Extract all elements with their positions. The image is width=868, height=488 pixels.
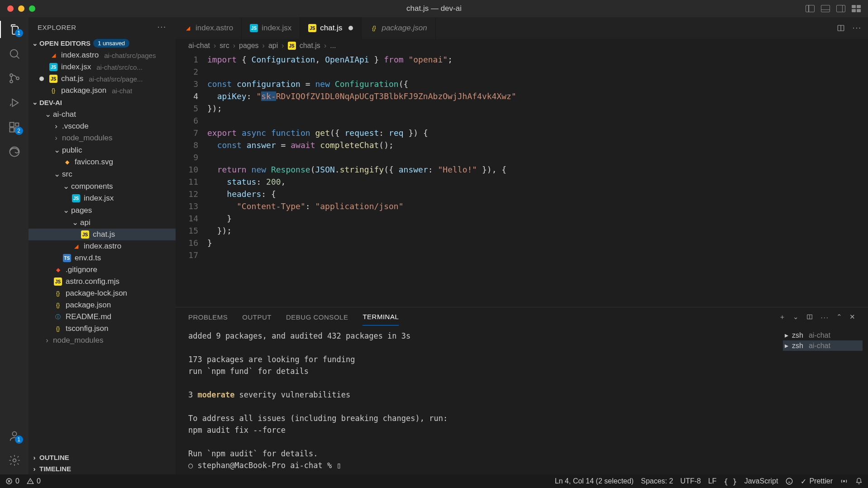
layout-panel-icon[interactable] [821, 5, 830, 12]
outline-header[interactable]: › OUTLINE [29, 452, 176, 463]
open-editor-item[interactable]: JSindex.jsxai-chat/src/co... [29, 61, 176, 73]
breadcrumb-segment[interactable]: pages [239, 42, 259, 50]
terminal-more-icon[interactable]: ··· [820, 313, 829, 321]
file-item[interactable]: ⓘREADME.md [29, 311, 176, 323]
window-close-button[interactable] [7, 5, 14, 12]
file-item[interactable]: {}tsconfig.json [29, 323, 176, 335]
window-minimize-button[interactable] [18, 5, 24, 12]
status-prettier[interactable]: ✓ Prettier [801, 477, 833, 486]
open-editors-header[interactable]: ⌄ OPEN EDITORS 1 unsaved [29, 37, 176, 49]
code-line[interactable]: }); [207, 102, 868, 115]
status-feedback-icon[interactable] [785, 477, 793, 485]
activity-account-icon[interactable]: 1 [8, 429, 21, 443]
code-line[interactable]: } [207, 212, 868, 225]
activity-source-control-icon[interactable] [8, 72, 21, 85]
file-item[interactable]: JSastro.config.mjs [29, 276, 176, 287]
layout-sidebar-left-icon[interactable] [806, 5, 815, 12]
code-line[interactable]: apiKey: "sk-RDvIQOfZV1DL0NqApUCgT3BlbkFJ… [207, 90, 868, 102]
status-bell-icon[interactable] [855, 478, 863, 485]
activity-run-debug-icon[interactable] [8, 96, 21, 110]
panel-maximize-icon[interactable]: ⌃ [836, 313, 842, 321]
open-editor-item[interactable]: ◢index.astroai-chat/src/pages [29, 49, 176, 61]
code-line[interactable] [207, 115, 868, 127]
layout-customize-icon[interactable] [852, 5, 861, 12]
panel-close-icon[interactable]: ✕ [849, 313, 855, 321]
terminal-list-item[interactable]: ▸zshai-chat [783, 340, 863, 351]
js-file-icon: JS [49, 75, 57, 83]
editor-tab[interactable]: JSindex.jsx [242, 17, 300, 39]
explorer-more-icon[interactable]: ··· [157, 23, 167, 32]
status-errors[interactable]: 0 [5, 477, 19, 485]
folder-item[interactable]: ⌄public [29, 144, 176, 156]
breadcrumb-segment[interactable]: ... [330, 42, 336, 50]
code-line[interactable]: "Content-Type": "application/json" [207, 200, 868, 212]
file-item[interactable]: JSindex.jsx [29, 192, 176, 204]
code-line[interactable]: }); [207, 225, 868, 237]
panel-tab-problems[interactable]: PROBLEMS [188, 309, 228, 325]
terminal-dropdown-icon[interactable]: ⌄ [793, 313, 799, 321]
folder-item[interactable]: ⌄src [29, 168, 176, 180]
file-item[interactable]: TSenv.d.ts [29, 252, 176, 264]
activity-edge-icon[interactable] [8, 145, 21, 158]
code-line[interactable]: export async function get({ request: req… [207, 127, 868, 139]
activity-extensions-icon[interactable]: 2 [8, 120, 21, 134]
status-live-icon[interactable] [840, 477, 848, 485]
code-line[interactable]: return new Response(JSON.stringify({ ans… [207, 163, 868, 176]
project-header[interactable]: ⌄ DEV-AI [29, 96, 176, 108]
window-maximize-button[interactable] [29, 5, 35, 12]
editor-tab[interactable]: {}package.json [362, 17, 435, 39]
code-line[interactable]: headers: { [207, 188, 868, 200]
timeline-header[interactable]: › TIMELINE [29, 463, 176, 474]
layout-sidebar-right-icon[interactable] [836, 5, 845, 12]
activity-search-icon[interactable] [8, 47, 21, 61]
file-item[interactable]: ◆favicon.svg [29, 156, 176, 168]
status-cursor-position[interactable]: Ln 4, Col 14 (2 selected) [555, 477, 634, 485]
editor-tab[interactable]: JSchat.js [300, 17, 362, 39]
folder-item[interactable]: ⌄ai-chat [29, 108, 176, 120]
status-encoding[interactable]: UTF-8 [680, 477, 701, 485]
chevron-right-icon: › [54, 122, 58, 131]
file-item[interactable]: {}package-lock.json [29, 287, 176, 299]
editor-tab[interactable]: ◢index.astro [176, 17, 242, 39]
status-language[interactable]: { } JavaScript [724, 477, 778, 486]
folder-item[interactable]: ⌄pages [29, 204, 176, 216]
panel-tab-output[interactable]: OUTPUT [242, 309, 272, 325]
activity-settings-icon[interactable] [8, 454, 21, 467]
folder-item[interactable]: ⌄components [29, 180, 176, 192]
file-item[interactable]: ◢index.astro [29, 240, 176, 252]
editor-more-icon[interactable]: ··· [853, 24, 862, 33]
new-terminal-icon[interactable]: ＋ [779, 313, 786, 321]
panel-tab-terminal[interactable]: TERMINAL [362, 308, 399, 325]
terminal-list-item[interactable]: ▸zshai-chat [783, 330, 863, 340]
code-line[interactable] [207, 151, 868, 163]
breadcrumb[interactable]: ai-chat›src›pages›api›JSchat.js›... [176, 39, 868, 53]
terminal-output[interactable]: added 9 packages, and audited 432 packag… [176, 326, 777, 474]
breadcrumb-segment[interactable]: src [219, 42, 229, 50]
code-line[interactable] [207, 249, 868, 261]
split-editor-icon[interactable] [836, 24, 845, 32]
code-line[interactable]: status: 200, [207, 176, 868, 188]
folder-item[interactable]: ›node_modules [29, 132, 176, 144]
folder-item[interactable]: ⌄api [29, 216, 176, 229]
breadcrumb-segment[interactable]: chat.js [300, 42, 320, 50]
status-indentation[interactable]: Spaces: 2 [641, 477, 673, 485]
folder-item[interactable]: ›node_modules [29, 335, 176, 346]
file-item[interactable]: ◆.gitignore [29, 264, 176, 276]
file-item[interactable]: {}package.json [29, 299, 176, 311]
code-line[interactable]: const configuration = new Configuration(… [207, 78, 868, 90]
activity-explorer-icon[interactable]: 1 [8, 23, 21, 36]
breadcrumb-segment[interactable]: api [268, 42, 278, 50]
status-eol[interactable]: LF [708, 477, 717, 485]
folder-item[interactable]: ›.vscode [29, 120, 176, 132]
status-warnings[interactable]: 0 [27, 477, 41, 485]
open-editor-item[interactable]: {}package.jsonai-chat [29, 85, 176, 96]
code-line[interactable]: } [207, 237, 868, 249]
code-line[interactable] [207, 66, 868, 78]
open-editor-item[interactable]: JSchat.jsai-chat/src/page... [29, 73, 176, 85]
terminal-split-icon[interactable] [806, 314, 813, 320]
code-line[interactable]: import { Configuration, OpenAIApi } from… [207, 53, 868, 66]
breadcrumb-segment[interactable]: ai-chat [188, 42, 210, 50]
panel-tab-debug-console[interactable]: DEBUG CONSOLE [286, 309, 348, 325]
file-item[interactable]: JSchat.js [29, 229, 176, 240]
code-line[interactable]: const answer = await completeChat(); [207, 139, 868, 151]
